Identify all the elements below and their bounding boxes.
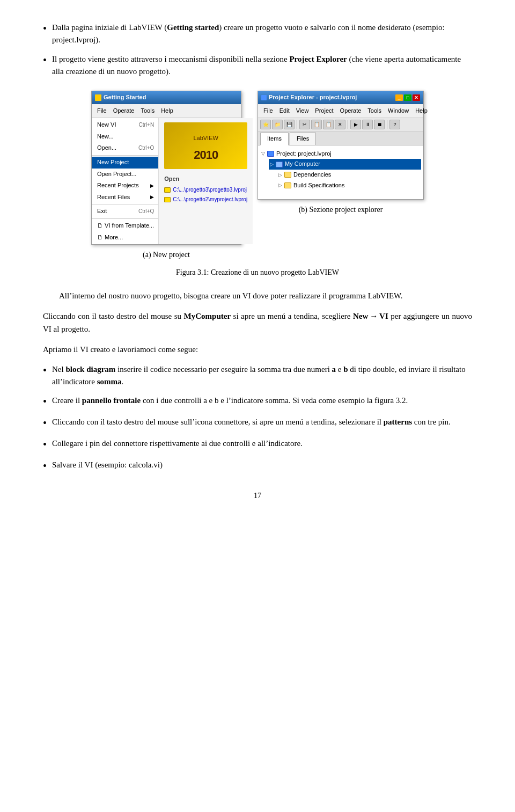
- list-item-salvare: • Salvare il VI (esempio: calcola.vi): [43, 459, 472, 474]
- gs-titlebar-icon: [95, 94, 101, 101]
- gs-file-icon-1: [164, 187, 171, 193]
- list-item: • Dalla pagina iniziale di LabVIEW (Gett…: [43, 21, 472, 47]
- pe-tool-btn-6[interactable]: 📋: [323, 120, 334, 129]
- figure-b-caption: (b) Sezione project explorer: [299, 204, 383, 216]
- gs-entry-open[interactable]: Open... Ctrl+O: [92, 142, 158, 154]
- pe-menu-file[interactable]: File: [260, 105, 276, 117]
- gs-menu-panel: New VI Ctrl+N New... Open... Ctrl+O New: [92, 118, 159, 244]
- body-para-2: Cliccando con il tasto destro del mouse …: [43, 310, 472, 335]
- pe-tree-mycomputer-label: My Computer: [285, 159, 320, 169]
- pe-tool-btn-11[interactable]: ?: [389, 120, 400, 129]
- pe-menu-tools[interactable]: Tools: [364, 105, 385, 117]
- list-item-block-diagram: • Nel block diagram inserire il codice n…: [43, 363, 472, 389]
- pe-tree-buildspecs-label: Build Specifications: [293, 181, 344, 191]
- gs-window: Getting Started File Operate Tools Help …: [91, 91, 241, 245]
- bullet-dot: •: [43, 362, 47, 378]
- pe-expand-buildspecs[interactable]: ▷: [278, 181, 282, 189]
- gs-entry-exit[interactable]: Exit Ctrl+Q: [92, 206, 158, 217]
- pe-tool-btn-9[interactable]: ⏸: [362, 120, 373, 129]
- gs-titlebar: Getting Started: [92, 91, 241, 104]
- page-content: • Dalla pagina iniziale di LabVIEW (Gett…: [43, 21, 472, 502]
- pe-menu-operate[interactable]: Operate: [337, 105, 365, 117]
- pe-titlebar-icon: [261, 95, 267, 100]
- pe-tab-items[interactable]: Items: [260, 133, 289, 145]
- pe-tree-area: ▽ Project: project.lvproj ▷ My Computer …: [258, 145, 423, 199]
- gs-entry-openproject[interactable]: Open Project...: [92, 169, 158, 180]
- figures-row: Getting Started File Operate Tools Help …: [43, 91, 472, 261]
- intro-bullet-list: • Dalla pagina iniziale di LabVIEW (Gett…: [43, 21, 472, 78]
- pe-project-icon: [267, 151, 274, 157]
- pe-tool-btn-2[interactable]: 📁: [272, 120, 283, 129]
- pe-tree-buildspecs: ▷ Build Specifications: [277, 180, 421, 191]
- bullet-dot: •: [43, 436, 47, 452]
- gs-lv-logo: LabVIEW 2010: [164, 122, 247, 169]
- gs-entry-newproject[interactable]: New Project: [92, 157, 158, 169]
- pe-comp-icon: [276, 162, 283, 167]
- gs-entry-new[interactable]: New...: [92, 131, 158, 143]
- body-para-3: Apriamo il VI creato e lavoriamoci come …: [43, 343, 472, 356]
- pe-tool-btn-1[interactable]: ⭐: [260, 120, 271, 129]
- pe-menu-project[interactable]: Project: [312, 105, 336, 117]
- pe-menu-edit[interactable]: Edit: [276, 105, 293, 117]
- gs-file-entry-1[interactable]: C:\...\progetto3\progetto3.lvproj: [164, 186, 247, 194]
- gs-menu-file[interactable]: File: [94, 105, 110, 117]
- bullet-text-1: Dalla pagina iniziale di LabVIEW (Gettin…: [52, 21, 472, 47]
- pe-expand-dependencies[interactable]: ▷: [278, 171, 282, 179]
- pe-tree-project-label: Project: project.lvproj: [276, 149, 332, 159]
- figure-a: Getting Started File Operate Tools Help …: [91, 91, 241, 261]
- pe-tool-btn-4[interactable]: ✂: [299, 120, 310, 129]
- gs-open-section: Open C:\...\progetto3\progetto3.lvproj C…: [164, 174, 247, 204]
- bullet-text-2: Il progetto viene gestito attraverso i m…: [52, 53, 472, 78]
- figure-a-caption: (a) New project: [143, 249, 190, 261]
- pe-tool-sep-1: [297, 120, 297, 129]
- gs-entry-more[interactable]: 🗋 More...: [92, 232, 158, 244]
- list-item: • Il progetto viene gestito attraverso i…: [43, 53, 472, 78]
- pe-close-btn[interactable]: ✕: [413, 94, 420, 101]
- bullet-text-blockdiagram: Nel block diagram inserire il codice nec…: [52, 363, 472, 389]
- pe-tree-dependencies-label: Dependencies: [293, 170, 331, 180]
- gs-entry-vitemplate[interactable]: 🗋 VI from Template...: [92, 220, 158, 232]
- pe-tab-files[interactable]: Files: [290, 133, 316, 145]
- pe-titlebar-btns: _ □ ✕: [395, 94, 420, 101]
- pe-tool-btn-3[interactable]: 💾: [284, 120, 295, 129]
- pe-tabs: Items Files: [258, 131, 423, 145]
- gs-menu-tools[interactable]: Tools: [137, 105, 158, 117]
- pe-menubar: File Edit View Project Operate Tools Win…: [258, 104, 423, 119]
- gs-separator-3: [92, 218, 158, 219]
- bottom-bullet-list: • Nel block diagram inserire il codice n…: [43, 363, 472, 474]
- pe-tool-btn-7[interactable]: ✕: [335, 120, 345, 129]
- list-item-patterns: • Cliccando con il tasto destro del mous…: [43, 416, 472, 431]
- bullet-dot: •: [43, 415, 47, 431]
- pe-menu-view[interactable]: View: [293, 105, 312, 117]
- pe-maximize-btn[interactable]: □: [404, 94, 411, 101]
- gs-body: New VI Ctrl+N New... Open... Ctrl+O New: [92, 118, 241, 244]
- gs-menu-help[interactable]: Help: [158, 105, 176, 117]
- pe-tool-sep-3: [387, 120, 387, 129]
- gs-file-entry-2[interactable]: C:\...\progetto2\myproject.lvproj: [164, 195, 247, 204]
- gs-menubar: File Operate Tools Help: [92, 104, 241, 119]
- gs-entry-newvi[interactable]: New VI Ctrl+N: [92, 119, 158, 131]
- bullet-text-salvare: Salvare il VI (esempio: calcola.vi): [52, 459, 163, 471]
- gs-entry-recentprojects[interactable]: Recent Projects ▶: [92, 180, 158, 192]
- gs-entry-recentfiles[interactable]: Recent Files ▶: [92, 192, 158, 203]
- list-item-pannello: • Creare il pannello frontale con i due …: [43, 394, 472, 409]
- pe-titlebar-left: Project Explorer - project.lvproj: [261, 93, 357, 103]
- bullet-dot: •: [43, 393, 47, 409]
- bullet-text-pannello: Creare il pannello frontale con i due co…: [52, 394, 408, 407]
- pe-minimize-btn[interactable]: _: [395, 94, 403, 101]
- gs-menu-operate[interactable]: Operate: [110, 105, 138, 117]
- bullet-text-patterns: Cliccando con il tasto destro del mouse …: [52, 416, 451, 428]
- bullet-text-collegare: Collegare i pin del connettore rispettiv…: [52, 437, 303, 450]
- gs-right-panel: LabVIEW 2010 Open C:\...\progetto3\proge…: [159, 118, 253, 244]
- pe-expand-project[interactable]: ▽: [261, 150, 265, 157]
- pe-menu-help[interactable]: Help: [412, 105, 431, 117]
- pe-tool-btn-5[interactable]: 📋: [311, 120, 322, 129]
- pe-tree-mycomputer[interactable]: ▷ My Computer: [269, 159, 421, 170]
- pe-folder-icon-dep: [284, 172, 291, 178]
- pe-tool-btn-10[interactable]: ⏹: [374, 120, 385, 129]
- figure-main-label: Figura 3.1: Creazione di un nuovo proget…: [43, 267, 472, 279]
- pe-tool-btn-8[interactable]: ▶: [350, 120, 361, 129]
- pe-window: Project Explorer - project.lvproj _ □ ✕ …: [258, 91, 424, 200]
- pe-expand-mycomputer[interactable]: ▷: [270, 160, 274, 168]
- pe-menu-window[interactable]: Window: [385, 105, 412, 117]
